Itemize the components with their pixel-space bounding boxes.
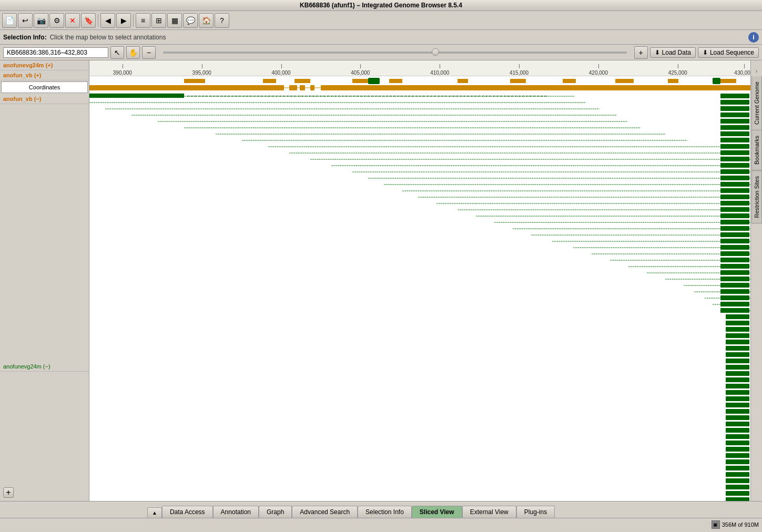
zoom-thumb[interactable] xyxy=(432,48,439,56)
selection-info-label: Selection Info: xyxy=(3,34,47,41)
svg-rect-64 xyxy=(720,226,749,231)
track-area[interactable]: ←←←←←←←←←←←←←←←←←←←←←←←←←←←←←←←←←←←←←←←←… xyxy=(89,76,750,501)
svg-text:←←←←←←←←←←←←←←←←←←←←←←←←←←←←←←: ←←←←←←←←←←←←←←←←←←←←←←←←←←←←←←←←←←←←←←←←… xyxy=(494,220,750,224)
toolbar: 📄 ↩ 📷 ⚙ ✕ 🔖 ◀ ▶ ≡ ⊞ ▦ 💬 🏠 ? xyxy=(0,11,762,30)
svg-rect-92 xyxy=(726,314,749,319)
new-button[interactable]: 📄 xyxy=(2,13,17,28)
zoom-slider[interactable] xyxy=(163,52,627,54)
load-sequence-button[interactable]: ⬇ Load Sequence xyxy=(698,47,759,58)
svg-rect-54 xyxy=(720,195,749,199)
svg-rect-98 xyxy=(726,352,749,357)
zoom-slider-container xyxy=(158,52,632,54)
add-track-button[interactable]: + xyxy=(3,487,14,498)
svg-rect-74 xyxy=(720,258,749,262)
zoom-out-btn[interactable]: − xyxy=(142,46,156,59)
svg-text:←←←←←←←←←←←←←←←←←←←←←←←←←←←←←←: ←←←←←←←←←←←←←←←←←←←←←←←←←←←←←←←←←←←←←←←←… xyxy=(184,126,641,130)
load-data-button[interactable]: ⬇ Load Data xyxy=(650,47,696,58)
bookmarks-tab[interactable]: Bookmarks xyxy=(751,130,762,170)
green-right-blocks xyxy=(726,314,749,501)
screenshot-button[interactable]: 📷 xyxy=(34,13,48,28)
separator-2 xyxy=(133,14,134,27)
svg-rect-100 xyxy=(726,365,749,370)
select-tool[interactable]: ↖ xyxy=(110,46,124,59)
svg-text:←←←←←←←←←←←←←←←←←←←←←←←←←←←←←←: ←←←←←←←←←←←←←←←←←←←←←←←←←←←←←←←←←←←←←←←←… xyxy=(131,113,617,117)
genome-canvas[interactable]: ←←←←←←←←←←←←←←←←←←←←←←←←←←←←←←←←←←←←←←←←… xyxy=(89,76,750,501)
ruler-tick-410000: 410,000 xyxy=(430,70,449,76)
sliced-view-tab[interactable]: Sliced View xyxy=(412,506,462,518)
layout-button[interactable]: ⊞ xyxy=(151,13,166,28)
zoom-in-btn[interactable]: + xyxy=(634,46,648,59)
svg-text:←←←←←←←←←←←←←←←←←←←←←←←←←←←←←←: ←←←←←←←←←←←←←←←←←←←←←←←←←←←←←←←←←←←←←←←←… xyxy=(458,208,750,212)
svg-text:←←←←←←←←←←←←←←←←←←←←←←←←←←←←←←: ←←←←←←←←←←←←←←←←←←←←←←←←←←←←←←←←←←←←←←←←… xyxy=(310,157,750,161)
data-access-tab[interactable]: Data Access xyxy=(162,506,213,518)
close-button[interactable]: ✕ xyxy=(65,13,80,28)
svg-rect-68 xyxy=(720,239,749,243)
selection-info-text: Click the map below to select annotation… xyxy=(50,34,166,41)
bottom-tab-arrow[interactable]: ▲ xyxy=(147,507,162,518)
svg-text:←←←←←←←←←←←←←←←←←←←←←←←←←←←←←←: ←←←←←←←←←←←←←←←←←←←←←←←←←←←←←←←←←←←←←←←←… xyxy=(242,138,687,142)
help-button[interactable]: ? xyxy=(215,13,229,28)
svg-text:←←←←←←←←←←←←←←←←←←←←←←←←←←←←←←: ←←←←←←←←←←←←←←←←←←←←←←←←←←←←←←←←←←←←←←←←… xyxy=(158,119,627,124)
open-button[interactable]: ↩ xyxy=(18,13,33,28)
forward-button[interactable]: ▶ xyxy=(116,13,131,28)
genome-view[interactable]: 390,000 395,000 400,000 405,000 410,000 … xyxy=(89,60,750,501)
svg-text:←←←←←←←←←←←←←←←←←←←←←←←←←←←←←←: ←←←←←←←←←←←←←←←←←←←←←←←←←←←←←←←←←←←←←←←←… xyxy=(89,94,575,98)
svg-rect-46 xyxy=(720,169,749,174)
svg-rect-119 xyxy=(726,485,749,489)
svg-rect-22 xyxy=(720,94,749,98)
back-button[interactable]: ◀ xyxy=(100,13,115,28)
svg-text:←←←←←←←←←←←←←←←←←←←←←←←←←←←←←←: ←←←←←←←←←←←←←←←←←←←←←←←←←←←←←←←←←←←←←←←←… xyxy=(331,163,750,168)
separator-1 xyxy=(98,14,98,27)
ruler-tick-400000: 400,000 xyxy=(271,70,290,76)
svg-rect-78 xyxy=(720,270,749,275)
track-label-anofunevg24m-plus[interactable]: anofunevg24m (+) xyxy=(0,60,89,70)
external-view-tab[interactable]: External View xyxy=(462,506,516,518)
right-panel-toggle[interactable]: › xyxy=(751,66,763,76)
settings-button[interactable]: ⚙ xyxy=(49,13,64,28)
graph-tab[interactable]: Graph xyxy=(259,506,292,518)
gene-annotations: ←←←←←←←←←←←←←←←←←←←←←←←←←←←←←←←←←←←←←←←←… xyxy=(89,94,750,501)
location-input[interactable] xyxy=(3,47,108,58)
selection-info-tab[interactable]: Selection Info xyxy=(358,506,412,518)
svg-rect-6 xyxy=(510,79,526,83)
svg-text:←←←←←←←←←←←←←←←←←←←←←←←←←←←←←←: ←←←←←←←←←←←←←←←←←←←←←←←←←←←←←←←←←←←←←←←←… xyxy=(352,170,750,174)
svg-rect-52 xyxy=(720,188,749,193)
svg-rect-110 xyxy=(726,428,749,433)
svg-rect-7 xyxy=(563,79,576,83)
svg-rect-102 xyxy=(726,377,749,382)
annotation-tab[interactable]: Annotation xyxy=(213,506,259,518)
info-button[interactable]: 💬 xyxy=(183,13,198,28)
svg-rect-48 xyxy=(720,176,749,180)
current-genome-tab[interactable]: Current Genome xyxy=(751,76,762,130)
advanced-search-tab[interactable]: Advanced Search xyxy=(292,506,358,518)
svg-rect-105 xyxy=(726,396,749,401)
info-icon[interactable]: i xyxy=(748,32,759,43)
svg-rect-66 xyxy=(720,232,749,237)
restriction-sites-tab[interactable]: Restriction Sites xyxy=(751,170,762,223)
svg-rect-120 xyxy=(726,491,749,496)
track-label-anofunevg24m-minus[interactable]: anofunevg24m (−) xyxy=(0,362,89,372)
svg-rect-114 xyxy=(726,453,749,458)
svg-rect-113 xyxy=(726,447,749,452)
plug-ins-tab[interactable]: Plug-ins xyxy=(516,506,555,518)
grid-button[interactable]: ▦ xyxy=(167,13,182,28)
svg-rect-109 xyxy=(726,422,749,426)
bookmark-button[interactable]: 🔖 xyxy=(81,13,96,28)
svg-rect-107 xyxy=(726,409,749,414)
svg-text:←←←←←←←←←←←←←←←←←←←←←←←←←←←←←←: ←←←←←←←←←←←←←←←←←←←←←←←←←←←←←←←←←←←←←←←←… xyxy=(476,214,750,218)
load-data-icon: ⬇ xyxy=(655,49,660,56)
svg-rect-28 xyxy=(720,112,749,117)
svg-rect-72 xyxy=(720,251,749,256)
svg-rect-118 xyxy=(726,478,749,483)
track-label-anofun-vb-plus[interactable]: anofun_vb (+) xyxy=(0,70,89,80)
track-label-anofun-vb-minus[interactable]: anofun_vb (−) xyxy=(0,94,89,104)
home-button[interactable]: 🏠 xyxy=(199,13,214,28)
hand-tool[interactable]: ✋ xyxy=(126,46,140,59)
svg-rect-18 xyxy=(321,85,750,90)
list-button[interactable]: ≡ xyxy=(136,13,150,28)
svg-rect-30 xyxy=(720,119,749,124)
svg-rect-40 xyxy=(720,150,749,155)
svg-rect-17 xyxy=(310,85,314,90)
svg-rect-112 xyxy=(726,441,749,445)
memory-icon: ▣ xyxy=(712,520,720,529)
